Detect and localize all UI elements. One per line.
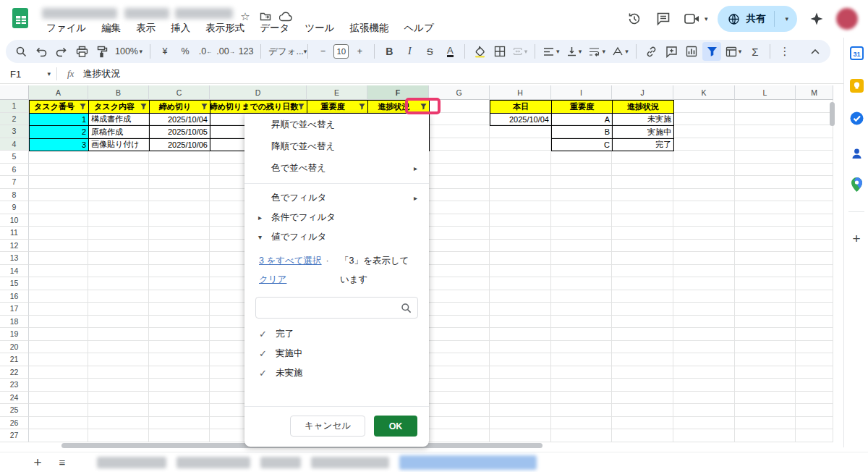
decrease-font-size-button[interactable]: − bbox=[313, 42, 332, 61]
text-wrap-button[interactable]: ▾ bbox=[587, 42, 608, 61]
text-color-button[interactable]: A bbox=[441, 42, 459, 61]
filter-value-option[interactable]: ✓完了 bbox=[244, 324, 429, 344]
share-dropdown-caret-icon[interactable]: ▾ bbox=[780, 15, 793, 22]
row-header-27[interactable]: 27 bbox=[0, 429, 29, 442]
borders-button[interactable] bbox=[490, 42, 509, 61]
meet-camera-icon[interactable] bbox=[683, 9, 702, 28]
row-header-23[interactable]: 23 bbox=[0, 379, 29, 392]
row-header-14[interactable]: 14 bbox=[0, 265, 29, 278]
cell-I3[interactable]: B bbox=[551, 125, 613, 139]
cancel-button[interactable]: キャンセル bbox=[290, 416, 365, 437]
row-header-11[interactable]: 11 bbox=[0, 227, 29, 240]
sheet-tab-blurred[interactable] bbox=[97, 457, 166, 468]
document-title-blurred[interactable] bbox=[42, 8, 117, 19]
row-header-15[interactable]: 15 bbox=[0, 277, 29, 290]
row-header-21[interactable]: 21 bbox=[0, 353, 29, 366]
menu-sort-descending[interactable]: 降順で並べ替え bbox=[244, 135, 429, 157]
select-all-link[interactable]: 3 をすべて選択 bbox=[259, 255, 322, 267]
row-header-8[interactable]: 8 bbox=[0, 189, 29, 202]
cell-B4[interactable]: 画像貼り付け bbox=[88, 138, 150, 152]
column-header-I[interactable]: I bbox=[551, 85, 612, 100]
cell-J1[interactable]: 進捗状況 bbox=[612, 100, 674, 114]
row-header-19[interactable]: 19 bbox=[0, 328, 29, 341]
cell-D1[interactable]: 締め切りまでの残り日数 bbox=[210, 100, 307, 114]
cell-I2[interactable]: A bbox=[551, 113, 613, 127]
cell-C1[interactable]: 締め切り bbox=[149, 100, 210, 114]
menu-filter-by-condition[interactable]: ▸条件でフィルタ bbox=[244, 208, 429, 227]
cell-C3[interactable]: 2025/10/05 bbox=[149, 125, 210, 139]
cell-filter-button-icon[interactable] bbox=[79, 103, 87, 111]
insert-link-icon[interactable] bbox=[642, 42, 660, 61]
tasks-icon[interactable] bbox=[849, 111, 864, 125]
row-header-18[interactable]: 18 bbox=[0, 316, 29, 329]
name-box[interactable]: F1▾ bbox=[0, 69, 56, 80]
row-header-4[interactable]: 4 bbox=[0, 138, 29, 151]
format-percent-button[interactable]: % bbox=[176, 42, 195, 61]
row-header-25[interactable]: 25 bbox=[0, 404, 29, 417]
menu-format[interactable]: 表示形式 bbox=[201, 21, 249, 35]
collapse-toolbar-icon[interactable] bbox=[806, 42, 825, 61]
user-avatar[interactable] bbox=[836, 8, 858, 30]
cell-A2[interactable]: 1 bbox=[29, 113, 89, 127]
format-currency-button[interactable]: ¥ bbox=[156, 42, 174, 61]
cell-J3[interactable]: 実施中 bbox=[612, 125, 674, 139]
row-header-1[interactable]: 1 bbox=[0, 100, 29, 113]
strikethrough-button[interactable]: S bbox=[420, 42, 439, 61]
undo-icon[interactable] bbox=[32, 42, 51, 61]
row-header-16[interactable]: 16 bbox=[0, 290, 29, 303]
horizontal-align-button[interactable]: ▾ bbox=[540, 42, 562, 61]
cell-A3[interactable]: 2 bbox=[29, 125, 89, 139]
column-header-D[interactable]: D bbox=[210, 85, 307, 100]
column-header-J[interactable]: J bbox=[612, 85, 673, 100]
ok-button[interactable]: OK bbox=[374, 416, 417, 437]
sheet-tab-blurred[interactable] bbox=[311, 457, 389, 468]
cell-B2[interactable]: 構成書作成 bbox=[88, 113, 150, 127]
column-header-E[interactable]: E bbox=[307, 85, 367, 100]
paint-format-icon[interactable] bbox=[93, 42, 111, 61]
row-header-7[interactable]: 7 bbox=[0, 176, 29, 189]
cell-E1[interactable]: 重要度 bbox=[307, 100, 368, 114]
insert-chart-icon[interactable] bbox=[682, 42, 701, 61]
search-menus-icon[interactable] bbox=[12, 42, 30, 61]
cell-C2[interactable]: 2025/10/04 bbox=[149, 113, 210, 127]
filter-value-option[interactable]: ✓実施中 bbox=[244, 344, 429, 363]
cell-H1[interactable]: 本日 bbox=[490, 100, 552, 114]
row-header-13[interactable]: 13 bbox=[0, 252, 29, 265]
camera-dropdown-caret-icon[interactable]: ▾ bbox=[705, 15, 708, 22]
font-select[interactable]: デフォ...▾ bbox=[266, 42, 302, 61]
menu-sort-ascending[interactable]: 昇順で並べ替え bbox=[244, 114, 429, 135]
more-options-icon[interactable]: ⋮ bbox=[775, 42, 794, 61]
menu-help[interactable]: ヘルプ bbox=[400, 21, 438, 35]
functions-button[interactable]: Σ bbox=[746, 42, 765, 61]
comments-icon[interactable] bbox=[654, 9, 673, 28]
increase-decimal-button[interactable]: .00→ bbox=[216, 42, 235, 61]
cell-J4[interactable]: 完了 bbox=[612, 138, 674, 152]
row-header-17[interactable]: 17 bbox=[0, 303, 29, 316]
menu-filter-by-values[interactable]: ▾値でフィルタ bbox=[244, 227, 429, 247]
row-header-6[interactable]: 6 bbox=[0, 164, 29, 177]
gemini-star-icon[interactable] bbox=[807, 9, 826, 28]
cell-B3[interactable]: 原稿作成 bbox=[88, 125, 150, 139]
sheet-tab-blurred[interactable] bbox=[176, 457, 250, 468]
redo-icon[interactable] bbox=[52, 42, 71, 61]
cell-filter-button-icon[interactable] bbox=[297, 103, 305, 111]
zoom-select[interactable]: 100%▾ bbox=[113, 42, 145, 61]
row-header-9[interactable]: 9 bbox=[0, 201, 29, 214]
cell-H2[interactable]: 2025/10/04 bbox=[490, 113, 552, 127]
filter-value-option[interactable]: ✓未実施 bbox=[244, 363, 429, 383]
cell-I1[interactable]: 重要度 bbox=[551, 100, 613, 114]
row-header-26[interactable]: 26 bbox=[0, 417, 29, 430]
contacts-icon[interactable] bbox=[849, 146, 864, 161]
decrease-decimal-button[interactable]: .0← bbox=[196, 42, 215, 61]
add-sheet-button[interactable]: + bbox=[29, 454, 46, 471]
filter-views-button[interactable]: ▾ bbox=[723, 42, 744, 61]
filter-search-input[interactable] bbox=[256, 298, 417, 318]
menu-view[interactable]: 表示 bbox=[132, 21, 160, 35]
menu-extensions[interactable]: 拡張機能 bbox=[346, 21, 393, 35]
formula-input[interactable]: 進捗状況 bbox=[82, 67, 120, 80]
row-header-12[interactable]: 12 bbox=[0, 240, 29, 253]
cell-A1[interactable]: タスク番号 bbox=[29, 100, 89, 114]
fill-color-button[interactable] bbox=[470, 42, 489, 61]
cell-filter-button-icon[interactable] bbox=[358, 103, 366, 111]
calendar-icon[interactable]: 31 bbox=[849, 46, 864, 60]
